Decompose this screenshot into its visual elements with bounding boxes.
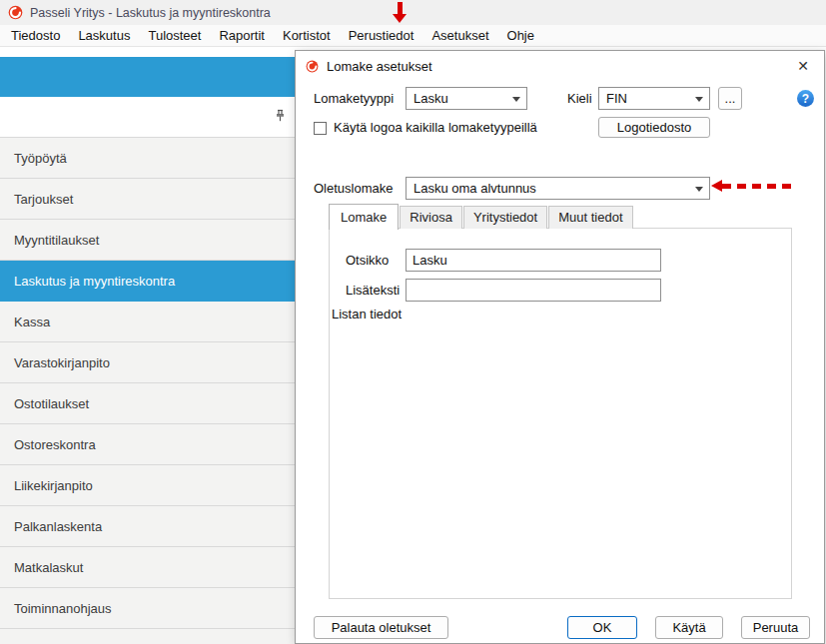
sidebar-pin-strip: [0, 97, 296, 137]
sidebar-item-liikekirjanpito[interactable]: Liikekirjanpito: [0, 465, 296, 506]
lomake-asetukset-dialog: Lomake asetukset ✕ Lomaketyyppi Lasku Ki…: [295, 50, 825, 644]
chevron-down-icon: [695, 97, 703, 102]
kayta-button[interactable]: Käytä: [655, 616, 723, 639]
menu-raportit[interactable]: Raportit: [210, 25, 274, 47]
help-icon[interactable]: ?: [797, 90, 814, 107]
sidebar-item-kassa[interactable]: Kassa: [0, 302, 296, 342]
dialog-titlebar: Lomake asetukset ✕: [296, 51, 824, 81]
otsikko-input[interactable]: [406, 249, 661, 272]
menu-tulosteet[interactable]: Tulosteet: [139, 25, 210, 47]
oletuslomake-label: Oletuslomake: [314, 177, 393, 200]
chevron-down-icon: [695, 187, 703, 192]
menu-asetukset[interactable]: Asetukset: [422, 25, 497, 47]
sidebar-item-tyopoyta[interactable]: Työpöytä: [0, 138, 296, 179]
navigation-sidebar: Työpöytä Tarjoukset Myyntitilaukset Lask…: [0, 47, 296, 644]
kieli-label: Kieli: [567, 87, 592, 110]
sidebar-item-partial[interactable]: [0, 629, 296, 644]
listan-tiedot-label: Listan tiedot: [332, 303, 402, 325]
lisateksti-label: Lisäteksti: [346, 279, 400, 302]
lomaketyyppi-label: Lomaketyyppi: [314, 87, 394, 110]
sidebar-item-matkalaskut[interactable]: Matkalaskut: [0, 547, 296, 588]
pin-icon[interactable]: [272, 108, 288, 124]
palauta-oletukset-button[interactable]: Palauta oletukset: [314, 616, 448, 639]
sidebar-list: Työpöytä Tarjoukset Myyntitilaukset Lask…: [0, 137, 296, 644]
tab-strip: Lomake Riviosa Yritystiedot Muut tiedot: [329, 204, 634, 229]
ok-button[interactable]: OK: [567, 616, 637, 639]
sidebar-banner: [0, 57, 296, 97]
sidebar-item-myyntitilaukset[interactable]: Myyntitilaukset: [0, 220, 296, 261]
tab-riviosa[interactable]: Riviosa: [400, 206, 462, 229]
browse-more-button[interactable]: ...: [718, 87, 742, 110]
lisateksti-input[interactable]: [406, 279, 661, 302]
window-titlebar: Passeli Yritys - Laskutus ja myyntiresko…: [0, 0, 826, 25]
menu-kortistot[interactable]: Kortistot: [274, 25, 340, 47]
menu-tiedosto[interactable]: Tiedosto: [2, 25, 69, 47]
sidebar-item-toiminnanohjaus[interactable]: Toiminnanohjaus: [0, 588, 296, 629]
menu-perustiedot[interactable]: Perustiedot: [340, 25, 423, 47]
sidebar-item-tarjoukset[interactable]: Tarjoukset: [0, 179, 296, 220]
tab-lomake[interactable]: Lomake: [329, 204, 399, 230]
lomaketyyppi-dropdown[interactable]: Lasku: [406, 87, 527, 110]
sidebar-item-palkanlaskenta[interactable]: Palkanlaskenta: [0, 506, 296, 547]
dialog-logo-icon: [306, 60, 319, 73]
kieli-dropdown[interactable]: FIN: [598, 87, 710, 110]
sidebar-item-varastokirjanpito[interactable]: Varastokirjanpito: [0, 342, 296, 383]
tab-muut-tiedot[interactable]: Muut tiedot: [548, 206, 632, 229]
menu-laskutus[interactable]: Laskutus: [69, 25, 139, 47]
window-title: Passeli Yritys - Laskutus ja myyntiresko…: [30, 6, 271, 20]
sidebar-item-ostotilaukset[interactable]: Ostotilaukset: [0, 383, 296, 424]
sidebar-item-ostoreskontra[interactable]: Ostoreskontra: [0, 424, 296, 465]
peruuta-button[interactable]: Peruuta: [741, 616, 810, 639]
otsikko-label: Otsikko: [346, 249, 389, 272]
app-logo-icon: [8, 5, 23, 20]
dialog-title: Lomake asetukset: [327, 59, 432, 74]
oletuslomake-dropdown[interactable]: Lasku oma alvtunnus: [406, 177, 710, 200]
annotation-arrow-left: [711, 180, 794, 192]
menu-bar: Tiedosto Laskutus Tulosteet Raportit Kor…: [0, 25, 826, 47]
logo-checkbox[interactable]: [314, 122, 327, 135]
logotiedosto-button[interactable]: Logotiedosto: [598, 117, 710, 138]
tab-yritystiedot[interactable]: Yritystiedot: [463, 206, 547, 229]
sidebar-item-laskutus[interactable]: Laskutus ja myyntireskontra: [0, 261, 296, 302]
annotation-arrow-down: [393, 2, 407, 23]
close-icon[interactable]: ✕: [792, 55, 814, 77]
logo-checkbox-label: Käytä logoa kaikilla lomaketyypeillä: [334, 118, 537, 138]
menu-ohje[interactable]: Ohje: [498, 25, 543, 47]
chevron-down-icon: [512, 97, 520, 102]
